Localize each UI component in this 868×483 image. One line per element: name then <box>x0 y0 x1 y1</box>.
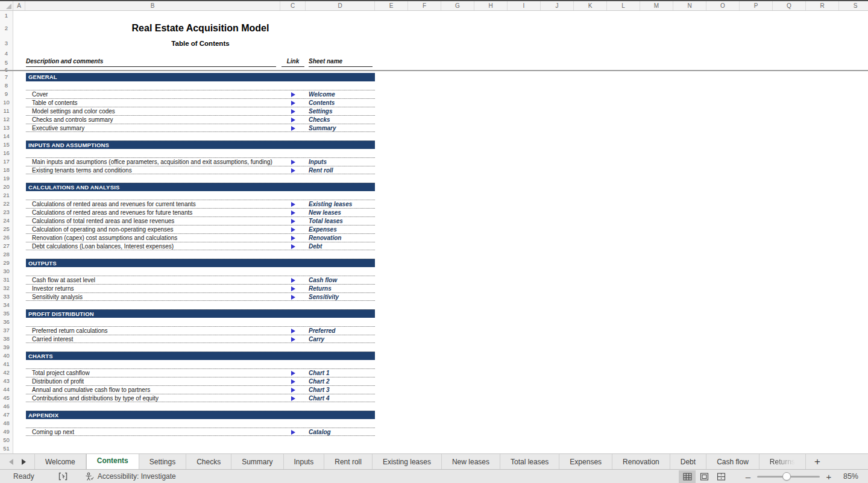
row-header-44[interactable]: 44 <box>0 385 13 394</box>
link-arrow-icon[interactable] <box>291 371 295 376</box>
zoom-slider[interactable] <box>757 472 820 481</box>
row-header-42[interactable]: 42 <box>0 368 13 377</box>
link-arrow-icon[interactable] <box>291 278 295 283</box>
link-arrow-icon[interactable] <box>291 388 295 393</box>
column-header-i[interactable]: I <box>508 1 541 10</box>
column-header-h[interactable]: H <box>474 1 508 10</box>
row-header-2[interactable]: 2 <box>0 20 13 37</box>
link-arrow-icon[interactable] <box>291 379 295 384</box>
row-header-34[interactable]: 34 <box>0 301 13 309</box>
column-header-p[interactable]: P <box>740 1 773 10</box>
toc-item-row[interactable]: Preferred return calculationsPreferred <box>26 326 375 335</box>
sheet-tab-new-leases[interactable]: New leases <box>442 454 500 469</box>
row-header-5[interactable]: 5 <box>0 58 13 67</box>
row-header-40[interactable]: 40 <box>0 352 13 360</box>
row-header-18[interactable]: 18 <box>0 166 13 174</box>
row-header-30[interactable]: 30 <box>0 267 13 276</box>
sheet-tab-contents[interactable]: Contents <box>86 453 139 469</box>
row-header-22[interactable]: 22 <box>0 200 13 208</box>
new-sheet-button[interactable]: + <box>806 454 829 469</box>
toc-item-row[interactable]: Checks and controls summaryChecks <box>26 115 375 124</box>
link-arrow-icon[interactable] <box>291 244 295 249</box>
toc-item-row[interactable]: Distribution of profitChart 2 <box>26 377 375 385</box>
column-header-a[interactable]: A <box>13 1 25 10</box>
link-arrow-icon[interactable] <box>291 109 295 114</box>
scroll-tabs-right-icon[interactable] <box>22 459 26 465</box>
link-arrow-icon[interactable] <box>291 286 295 291</box>
row-header-37[interactable]: 37 <box>0 326 13 335</box>
page-layout-view-button[interactable] <box>696 470 712 483</box>
toc-item-row[interactable]: Main inputs and asumptions (office param… <box>26 157 375 166</box>
link-arrow-icon[interactable] <box>291 337 295 342</box>
toc-item-row[interactable]: Renovation (capex) cost assumptions and … <box>26 233 375 242</box>
toc-item-row[interactable]: CoverWelcome <box>26 90 375 98</box>
sheet-tab-renovation[interactable]: Renovation <box>612 454 670 469</box>
column-header-q[interactable]: Q <box>773 1 806 10</box>
row-header-33[interactable]: 33 <box>0 292 13 301</box>
sheet-tab-total-leases[interactable]: Total leases <box>500 454 559 469</box>
toc-item-row[interactable]: Model settings and color codesSettings <box>26 107 375 115</box>
row-header-15[interactable]: 15 <box>0 140 13 149</box>
link-arrow-icon[interactable] <box>291 202 295 207</box>
sheet-tab-rent-roll[interactable]: Rent roll <box>324 454 373 469</box>
row-header-41[interactable]: 41 <box>0 360 13 368</box>
row-header-43[interactable]: 43 <box>0 377 13 385</box>
toc-item-row[interactable]: Investor returnsReturns <box>26 284 375 292</box>
zoom-out-icon[interactable]: – <box>744 472 752 482</box>
macro-record-icon[interactable] <box>58 472 68 481</box>
row-header-20[interactable]: 20 <box>0 183 13 191</box>
row-header-28[interactable]: 28 <box>0 250 13 259</box>
page-break-preview-button[interactable] <box>712 470 729 483</box>
row-header-39[interactable]: 39 <box>0 343 13 352</box>
row-header-49[interactable]: 49 <box>0 428 13 436</box>
column-header-k[interactable]: K <box>574 1 607 10</box>
link-arrow-icon[interactable] <box>291 295 295 300</box>
link-arrow-icon[interactable] <box>291 168 295 173</box>
column-header-n[interactable]: N <box>673 1 706 10</box>
toc-item-row[interactable]: Cash flow at asset levelCash flow <box>26 276 375 284</box>
link-arrow-icon[interactable] <box>291 219 295 224</box>
toc-item-row[interactable]: Annual and cumulative cash flow to partn… <box>26 385 375 394</box>
sheet-tab-welcome[interactable]: Welcome <box>35 454 86 469</box>
sheet-tab-summary[interactable]: Summary <box>231 454 283 469</box>
toc-item-row[interactable]: Executive summarySummary <box>26 124 375 132</box>
column-header-m[interactable]: M <box>640 1 673 10</box>
row-header-7[interactable]: 7 <box>0 73 13 81</box>
toc-item-row[interactable]: Coming up nextCatalog <box>26 428 375 436</box>
row-header-32[interactable]: 32 <box>0 284 13 292</box>
toc-item-row[interactable]: Calculations of rented areas and revenue… <box>26 208 375 216</box>
row-header-23[interactable]: 23 <box>0 208 13 216</box>
row-header-48[interactable]: 48 <box>0 419 13 428</box>
sheet-tab-expenses[interactable]: Expenses <box>559 454 612 469</box>
row-header-16[interactable]: 16 <box>0 149 13 157</box>
row-header-26[interactable]: 26 <box>0 233 13 242</box>
column-header-g[interactable]: G <box>441 1 474 10</box>
row-header-47[interactable]: 47 <box>0 411 13 419</box>
accessibility-status-label[interactable]: Accessibility: Investigate <box>98 472 176 481</box>
column-header-j[interactable]: J <box>541 1 574 10</box>
link-arrow-icon[interactable] <box>291 329 295 333</box>
accessibility-icon[interactable] <box>84 472 94 481</box>
link-arrow-icon[interactable] <box>291 118 295 122</box>
normal-view-button[interactable] <box>679 470 696 483</box>
zoom-slider-thumb[interactable] <box>782 472 791 481</box>
toc-item-row[interactable]: Calculations of total rented areas and l… <box>26 216 375 225</box>
row-header-24[interactable]: 24 <box>0 216 13 225</box>
toc-item-row[interactable]: Debt calculations (Loan balances, Intere… <box>26 242 375 250</box>
column-header-c[interactable]: C <box>280 1 306 10</box>
zoom-level-label[interactable]: 85% <box>833 472 858 481</box>
link-arrow-icon[interactable] <box>291 227 295 232</box>
link-arrow-icon[interactable] <box>291 210 295 215</box>
column-header-r[interactable]: R <box>806 1 839 10</box>
sheet-tab-inputs[interactable]: Inputs <box>284 454 325 469</box>
link-arrow-icon[interactable] <box>291 430 295 435</box>
row-header-36[interactable]: 36 <box>0 318 13 326</box>
column-header-f[interactable]: F <box>408 1 441 10</box>
column-header-s[interactable]: S <box>839 1 868 10</box>
row-header-35[interactable]: 35 <box>0 309 13 318</box>
sheet-tab-existing-leases[interactable]: Existing leases <box>373 454 442 469</box>
row-header-13[interactable]: 13 <box>0 124 13 132</box>
column-header-o[interactable]: O <box>706 1 740 10</box>
row-header-3[interactable]: 3 <box>0 37 13 49</box>
column-header-e[interactable]: E <box>375 1 408 10</box>
